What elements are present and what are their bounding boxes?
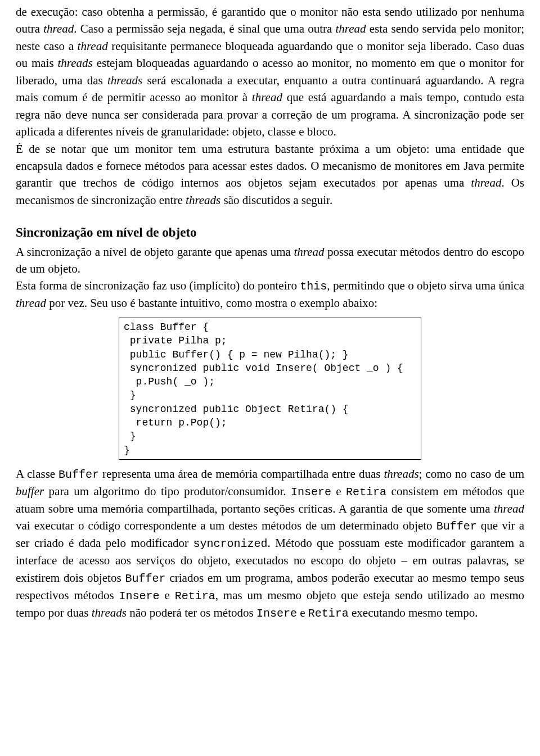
section-heading: Sincronização em nível de objeto (16, 223, 524, 242)
code-text: class Buffer { private Pilha p; public B… (124, 320, 416, 457)
document-page: de execução: caso obtenha a permissão, é… (0, 0, 540, 633)
paragraph-4: Esta forma de sincronização faz uso (imp… (16, 277, 524, 311)
paragraph-5: A classe Buffer representa uma área de m… (16, 465, 524, 622)
code-example-wrap: class Buffer { private Pilha p; public B… (16, 318, 524, 460)
code-example: class Buffer { private Pilha p; public B… (119, 318, 421, 460)
paragraph-2: É de se notar que um monitor tem uma est… (16, 141, 524, 209)
paragraph-3: A sincronização a nível de objeto garant… (16, 243, 524, 278)
paragraph-1: de execução: caso obtenha a permissão, é… (16, 3, 524, 141)
